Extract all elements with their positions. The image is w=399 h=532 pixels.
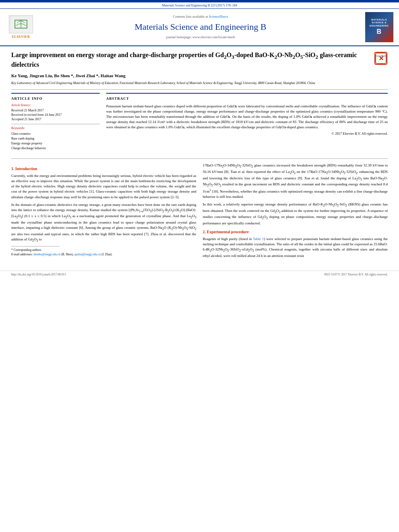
received-date: Received 21 March 2017: [11, 108, 100, 113]
article-info-abstract: ARTICLE INFO Article history: Received 2…: [11, 93, 388, 154]
article-history: Article history: Received 21 March 2017 …: [11, 103, 100, 122]
science-direct-text: Contents lists available at ScienceDirec…: [173, 14, 228, 19]
keyword-3: Energy storage property: [11, 141, 100, 146]
email-zhai[interactable]: apzhai@tongji.edu.cn: [74, 253, 101, 256]
footnote-divider: [11, 246, 60, 246]
history-label: Article history:: [11, 103, 100, 107]
keyword-4: Charge-discharge behavior: [11, 146, 100, 150]
article-title: Large improvement on energy storage and …: [11, 51, 370, 69]
crossmark-icon: ✕ CrossMark: [374, 52, 387, 65]
crossmark: ✕ CrossMark: [374, 51, 388, 65]
article-title-row: Large improvement on energy storage and …: [11, 51, 388, 69]
journal-logo-right: MATERIALS SCIENCE & ENGINEERING B: [364, 12, 394, 42]
keyword-2: Rare earth doping: [11, 136, 100, 141]
body-divider: [11, 158, 388, 159]
body-right-col: 17BaO-17Na2O-34Nb2O5-32SiO2 glass cerami…: [203, 163, 388, 261]
journal-homepage: journal homepage: www.elsevier.com/locat…: [166, 35, 235, 40]
elsevier-logo-image: [9, 15, 33, 33]
keywords-section: Keywords: Glass ceramics Rare earth dopi…: [11, 124, 100, 150]
keywords-label: Keywords:: [11, 126, 100, 130]
science-direct-link[interactable]: ScienceDirect: [209, 14, 228, 18]
keyword-1: Glass ceramics: [11, 131, 100, 136]
body-two-col: 1. Introduction Currently, with the ener…: [11, 163, 388, 261]
main-body: 1. Introduction Currently, with the ener…: [11, 163, 388, 261]
right-para-1: 17BaO-17Na2O-34Nb2O5-32SiO2 glass cerami…: [203, 163, 388, 199]
email-shen[interactable]: shenbo@tongji.edu.cn: [33, 253, 60, 256]
section2-para-1: Reagents of high purity (listed in Table…: [203, 236, 388, 259]
abstract-title: ABSTRACT: [106, 96, 388, 101]
affiliation: Key Laboratory of Advanced Civil Enginee…: [11, 81, 388, 85]
page: Materials Science and Engineering B 223 …: [0, 0, 399, 532]
elsevier-label: ELSEVIER: [12, 35, 30, 39]
table1-link[interactable]: Table 1: [253, 237, 264, 241]
abstract-text: Potassium barium niobate-based glass cer…: [106, 104, 388, 130]
citation-text: Materials Science and Engineering B 223 …: [162, 4, 237, 7]
accepted-date: Accepted 21 June 2017: [11, 117, 100, 121]
abstract-col: ABSTRACT Potassium barium niobate-based …: [106, 93, 388, 154]
footer-bar: http://dx.doi.org/10.1016/j.mseb.2017.06…: [0, 271, 399, 279]
footnote-corresponding: * Corresponding authors.: [11, 248, 196, 253]
journal-title-area: Contents lists available at ScienceDirec…: [41, 12, 360, 42]
intro-para-1: Currently, with the energy and environme…: [11, 173, 196, 199]
journal-header: ELSEVIER Contents lists available at Sci…: [0, 9, 399, 46]
citation-bar: Materials Science and Engineering B 223 …: [0, 2, 399, 9]
svg-text:CrossMark: CrossMark: [376, 55, 386, 57]
journal-name: Materials Science and Engineering B: [135, 21, 266, 33]
article-info-title: ARTICLE INFO: [11, 96, 100, 101]
authors: Ke Yang, Jingran Liu, Bo Shen *, Jiwei Z…: [11, 73, 388, 79]
section2-title: 2. Experimental procedure: [203, 229, 388, 235]
right-para-2: In this work, a relatively superior ener…: [203, 202, 388, 226]
article-info-col: ARTICLE INFO Article history: Received 2…: [11, 93, 100, 154]
copyright: © 2017 Elsevier B.V. All rights reserved…: [106, 131, 388, 136]
intro-title: 1. Introduction: [11, 166, 196, 172]
intro-para-2: In the domain of glass-ceramic dielectri…: [11, 202, 196, 243]
article-content: Large improvement on energy storage and …: [0, 46, 399, 266]
elsevier-logo: ELSEVIER: [5, 12, 37, 42]
article-info: ARTICLE INFO Article history: Received 2…: [11, 93, 100, 150]
revised-date: Received in revised form 14 June 2017: [11, 113, 100, 117]
footer-issn: 0921-5107/© 2017 Elsevier B.V. All right…: [324, 273, 388, 277]
mseb-logo: MATERIALS SCIENCE & ENGINEERING B: [365, 12, 393, 42]
footnote-emails: E-mail addresses: shenbo@tongji.edu.cn (…: [11, 253, 196, 257]
footer-doi: http://dx.doi.org/10.1016/j.mseb.2017.06…: [11, 273, 66, 277]
body-left-col: 1. Introduction Currently, with the ener…: [11, 163, 196, 261]
divider: [11, 89, 388, 90]
abstract-section: ABSTRACT Potassium barium niobate-based …: [106, 93, 388, 136]
